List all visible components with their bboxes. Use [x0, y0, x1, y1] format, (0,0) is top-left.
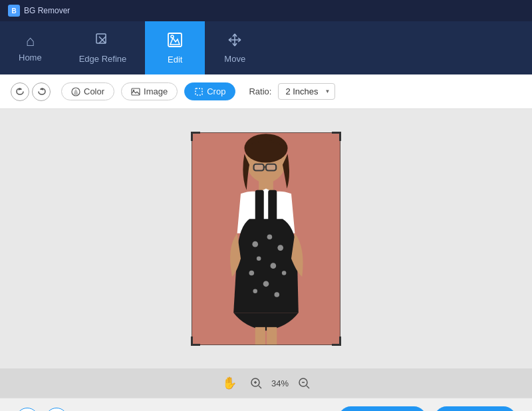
svg-point-15 [267, 234, 273, 239]
svg-rect-25 [267, 327, 277, 345]
hand-icon: ✋ [222, 376, 237, 390]
svg-point-17 [257, 257, 261, 261]
footer-navigation [16, 408, 68, 412]
toolbar: Color Image Crop Ratio: 2 Inches 1 Inch … [0, 74, 532, 109]
edit-icon [167, 32, 183, 51]
nav-home-label: Home [19, 53, 42, 63]
download-button[interactable]: Download [434, 406, 516, 411]
svg-point-14 [252, 241, 258, 247]
svg-rect-26 [254, 164, 264, 171]
move-icon [227, 33, 242, 50]
nav-edge-refine-label: Edge Refine [79, 54, 127, 64]
app-title: BG Remover [24, 6, 70, 15]
svg-line-32 [259, 386, 261, 388]
color-icon [71, 87, 80, 96]
svg-line-35 [307, 386, 309, 388]
svg-rect-8 [196, 88, 202, 95]
crop-corner-bl[interactable] [191, 337, 200, 346]
footer: New Image Download [0, 398, 532, 411]
svg-point-20 [282, 271, 287, 275]
prev-button[interactable] [16, 408, 39, 412]
nav-item-home[interactable]: ⌂ Home [0, 21, 61, 74]
svg-point-23 [253, 289, 257, 293]
new-image-button[interactable]: New Image [338, 406, 426, 411]
crop-corner-br[interactable] [332, 337, 341, 346]
redo-button[interactable] [32, 82, 51, 101]
nav-edit-label: Edit [168, 55, 182, 65]
nav-move-label: Move [224, 54, 245, 64]
image-background [192, 132, 340, 345]
zoom-out-button[interactable] [298, 377, 310, 389]
crop-corner-tl[interactable] [191, 132, 200, 141]
zoom-percent: 34% [271, 378, 289, 388]
next-button[interactable] [45, 408, 68, 412]
svg-point-7 [133, 89, 134, 90]
svg-point-2 [171, 35, 174, 38]
app-icon: B [8, 5, 20, 17]
image-container [192, 132, 340, 345]
image-icon [131, 87, 140, 96]
zoom-in-button[interactable] [250, 377, 262, 389]
undo-redo-arrows [11, 82, 51, 101]
home-icon: ⌂ [26, 34, 35, 49]
svg-point-22 [274, 292, 279, 297]
edge-refine-icon [95, 33, 110, 50]
color-label: Color [84, 86, 104, 96]
nav-item-move[interactable]: Move [205, 21, 265, 74]
person-image [192, 132, 340, 345]
color-button[interactable]: Color [61, 82, 114, 100]
crop-icon [194, 87, 203, 96]
nav-item-edge-refine[interactable]: Edge Refine [61, 21, 146, 74]
nav-bar: ⌂ Home Edge Refine Edit [0, 21, 532, 74]
svg-rect-24 [255, 327, 265, 345]
svg-rect-27 [266, 164, 276, 171]
ratio-select[interactable]: 2 Inches 1 Inch 3 Inches 4 Inches Origin… [278, 83, 335, 100]
nav-item-edit[interactable]: Edit [145, 21, 205, 74]
crop-label: Crop [207, 86, 225, 96]
crop-corner-tr[interactable] [332, 132, 341, 141]
canvas-area [0, 109, 532, 368]
image-button[interactable]: Image [121, 82, 178, 100]
svg-point-19 [249, 271, 255, 276]
svg-point-16 [277, 245, 283, 251]
zoom-bar: ✋ 34% [0, 368, 532, 398]
svg-point-10 [244, 134, 287, 162]
image-label: Image [144, 86, 168, 96]
footer-actions: New Image Download [338, 406, 516, 411]
ratio-wrapper: 2 Inches 1 Inch 3 Inches 4 Inches Origin… [278, 83, 335, 100]
svg-point-18 [271, 263, 277, 269]
title-bar: B BG Remover [0, 0, 532, 21]
ratio-label: Ratio: [249, 86, 271, 96]
undo-button[interactable] [11, 82, 29, 101]
crop-button[interactable]: Crop [184, 82, 235, 100]
svg-point-21 [263, 281, 269, 287]
